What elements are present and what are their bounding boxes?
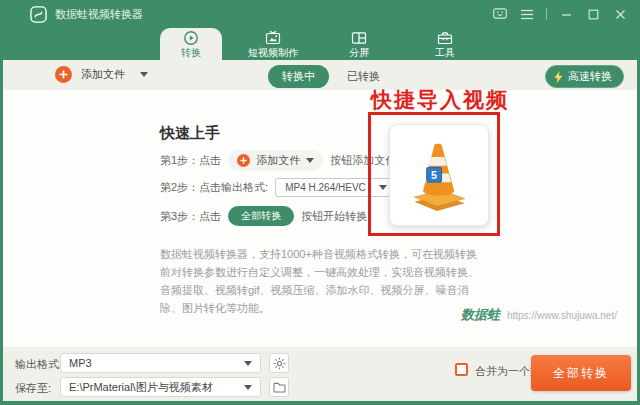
- step1-prefix: 第1步：点击: [160, 153, 221, 168]
- gear-icon: [273, 357, 286, 370]
- tab-split-screen[interactable]: 分屏: [324, 28, 394, 60]
- file-count-badge: 5: [431, 169, 437, 181]
- lightning-icon: [554, 71, 563, 83]
- main-tabbar: 转换 短视频制作 分屏: [0, 28, 640, 60]
- tab-label: 短视频制作: [248, 48, 298, 58]
- fast-convert-label: 高速转换: [568, 69, 612, 84]
- video-file-cone-icon: 5: [406, 137, 472, 213]
- add-file-button[interactable]: 添加文件: [55, 66, 148, 83]
- feature-description: 数据蛙视频转换器，支持1000+种音视频格式转换，可在视频转换前对转换参数进行自…: [160, 245, 486, 318]
- titlebar-divider: [546, 8, 547, 20]
- save-path-value: E:\PrMaterial\图片与视频素材: [69, 380, 213, 395]
- step2-chip-label: MP4 H.264/HEVC: [285, 182, 366, 193]
- convert-all-button[interactable]: 全部转换: [531, 355, 631, 391]
- step3-prefix: 第3步：点击: [160, 209, 221, 224]
- maximize-icon[interactable]: [585, 6, 601, 22]
- tab-label: 分屏: [349, 48, 369, 58]
- chevron-down-icon: [306, 158, 314, 163]
- annotation-text: 快捷导入视频: [371, 86, 509, 114]
- footer-bar: 输出格式: MP3 保存至: E:\PrMaterial\图片与视频素材 合并为…: [3, 347, 637, 401]
- output-format-value: MP3: [69, 357, 92, 369]
- step2-prefix: 第2步：点击输出格式:: [160, 180, 268, 195]
- output-format-label: 输出格式:: [15, 357, 62, 372]
- toolbar: 添加文件 转换中 已转换 高速转换: [3, 60, 637, 90]
- tab-convert[interactable]: 转换: [160, 28, 222, 60]
- feedback-icon[interactable]: [492, 6, 508, 22]
- watermark-brand: 数据蛙: [461, 306, 500, 324]
- filter-converted[interactable]: 已转换: [347, 69, 380, 84]
- chevron-down-icon: [244, 385, 252, 390]
- fast-convert-button[interactable]: 高速转换: [545, 65, 624, 88]
- step1-chip-label: 添加文件: [256, 153, 300, 168]
- short-video-icon: [265, 30, 281, 46]
- convert-icon: [183, 30, 199, 46]
- window-title: 数据蛙视频转换器: [55, 7, 143, 22]
- tab-short-video[interactable]: 短视频制作: [238, 28, 308, 60]
- guide-heading: 快速上手: [160, 124, 220, 143]
- watermark: 数据蛙 https://www.shujuwa.net/: [461, 306, 617, 324]
- watermark-url: https://www.shujuwa.net/: [507, 310, 617, 321]
- tab-label: 转换: [181, 48, 201, 58]
- step3-suffix: 按钮开始转换。: [301, 209, 378, 224]
- close-icon[interactable]: [612, 6, 628, 22]
- step3-convert-chip: 全部转换: [228, 206, 294, 226]
- tab-tools[interactable]: 工具: [410, 28, 480, 60]
- menu-icon[interactable]: [519, 6, 535, 22]
- output-format-select[interactable]: MP3: [60, 353, 261, 373]
- format-settings-button[interactable]: [269, 353, 289, 373]
- chevron-down-icon[interactable]: [140, 72, 148, 77]
- app-window: 数据蛙视频转换器: [0, 0, 640, 405]
- import-preview-card: 5: [389, 124, 489, 226]
- guide-step-3: 第3步：点击 全部转换 按钮开始转换。: [160, 206, 378, 226]
- filter-converting[interactable]: 转换中: [268, 65, 329, 88]
- add-file-plus-icon: [55, 66, 72, 83]
- save-path-select[interactable]: E:\PrMaterial\图片与视频素材: [60, 377, 261, 397]
- content-panel: 快捷导入视频 5 快速上手 第1步：点击 添加文件: [3, 90, 637, 347]
- tab-label: 工具: [435, 48, 455, 58]
- merge-files-checkbox[interactable]: [455, 363, 468, 376]
- browse-folder-button[interactable]: [269, 377, 289, 397]
- toolbox-icon: [437, 30, 453, 46]
- titlebar: 数据蛙视频转换器: [0, 0, 640, 28]
- minimize-icon[interactable]: [558, 6, 574, 22]
- app-logo-icon: [30, 6, 47, 23]
- step1-add-file-chip: 添加文件: [228, 150, 323, 171]
- add-file-label: 添加文件: [81, 67, 125, 82]
- save-path-label: 保存至:: [15, 381, 51, 396]
- chevron-down-icon: [244, 361, 252, 366]
- split-screen-icon: [351, 30, 367, 46]
- folder-icon: [273, 382, 286, 393]
- plus-icon: [237, 154, 250, 167]
